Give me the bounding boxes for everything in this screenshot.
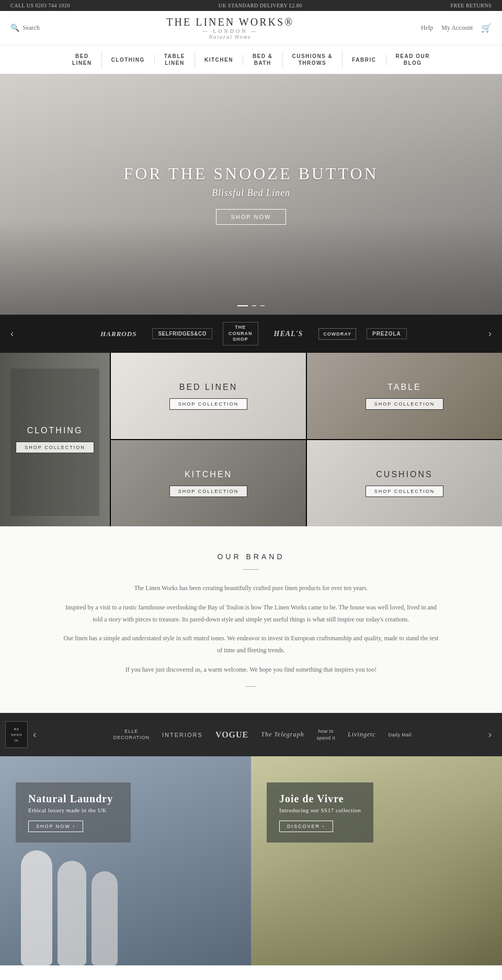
cat-table-name: TABLE (366, 383, 443, 392)
press-elle: ELLEDECORATION (113, 729, 150, 741)
brands-prev-button[interactable]: ‹ (5, 328, 19, 339)
brand-heals: HEAL'S (269, 328, 309, 340)
cat-clothing-name: CLOTHING (16, 426, 94, 435)
nav-clothing[interactable]: CLOTHING (102, 54, 155, 65)
header-actions: Help My Account 🛒 (421, 23, 492, 33)
press-bar: asseenin ‹ ELLEDECORATION INTERIORS VOGU… (0, 713, 502, 757)
brand-para-2: Inspired by a visit to a rustic farmhous… (63, 602, 439, 626)
promo-joie-title: Joie de Vivre (279, 793, 361, 805)
brand-logos: Harrods SELFRIDGES&CO THECONRANSHOP HEAL… (19, 322, 483, 345)
bottle-3 (92, 871, 118, 965)
dot-1[interactable] (237, 305, 248, 306)
cat-bed-btn[interactable]: SHOP COLLECTION (169, 398, 247, 410)
bottle-1 (21, 850, 52, 965)
cat-kitchen-name: KITCHEN (169, 470, 247, 479)
cat-clothing-btn[interactable]: SHOP COLLECTION (16, 442, 94, 453)
brand-london: — LONDON — (166, 28, 294, 34)
promo-natural-laundry: Natural Laundry Ethical luxury made in t… (0, 756, 251, 965)
hero-dots (237, 305, 265, 306)
brands-next-button[interactable]: › (483, 328, 497, 339)
cat-cushions-overlay: CUSHIONS SHOP COLLECTION (366, 470, 443, 497)
cat-kitchen-btn[interactable]: SHOP COLLECTION (169, 486, 247, 497)
nav-bed-bath[interactable]: BED &BATH (243, 51, 283, 68)
press-interiors: INTERIORS (162, 732, 203, 738)
help-link[interactable]: Help (421, 24, 433, 32)
search-label: Search (22, 24, 40, 32)
cat-kitchen-overlay: KITCHEN SHOP COLLECTION (169, 470, 247, 497)
as-seen-in: asseenin (5, 721, 28, 748)
our-brand-section: OUR BRAND The Linen Works has been creat… (0, 526, 502, 713)
phone-info: CALL US 0203 744 1020 (10, 3, 70, 8)
category-kitchen: KITCHEN SHOP COLLECTION (111, 440, 306, 526)
press-how-to-spend: how tospend it (317, 728, 336, 741)
cart-icon[interactable]: 🛒 (481, 23, 492, 33)
cat-table-overlay: TABLE SHOP COLLECTION (366, 383, 443, 410)
search-area[interactable]: 🔍 Search (10, 24, 40, 32)
hero-subtitle: Blissful Bed Linen (123, 188, 378, 199)
brand-cowdray: COWDRAY (318, 328, 356, 340)
brand-para-3: Our linen has a simple and understated s… (63, 632, 439, 656)
cat-table-btn[interactable]: SHOP COLLECTION (366, 398, 443, 410)
promo-laundry-title: Natural Laundry (28, 793, 118, 805)
cat-cushions-name: CUSHIONS (366, 470, 443, 479)
nav-blog[interactable]: READ OURBLOG (386, 51, 439, 68)
nav-cushions-throws[interactable]: CUSHIONS &THROWS (283, 51, 343, 68)
press-next-button[interactable]: › (483, 729, 497, 740)
returns-info: FREE RETURNS (450, 3, 492, 8)
nav-bed-linen[interactable]: BEDLINEN (63, 51, 102, 68)
brand-subtitle: Natural Home (166, 34, 294, 40)
brands-bar: ‹ Harrods SELFRIDGES&CO THECONRANSHOP HE… (0, 315, 502, 353)
hero-title: FOR THE SNOOZE BUTTON (123, 164, 378, 183)
category-cushions: CUSHIONS SHOP COLLECTION (307, 440, 502, 526)
press-vogue: VOGUE (215, 730, 248, 740)
nav-kitchen[interactable]: KITCHEN (195, 54, 243, 65)
hero-shadow (0, 221, 502, 315)
bottle-2 (58, 861, 86, 965)
cat-clothing-overlay: CLOTHING SHOP COLLECTION (16, 426, 94, 453)
category-bed-linen: BED LINEN SHOP COLLECTION (111, 353, 306, 439)
promo-box-joie: Joie de Vivre Introducing our SS17 colle… (267, 782, 373, 843)
brand-para-4: If you have just discovered us, a warm w… (63, 664, 439, 676)
promo-joie-de-vivre: Joie de Vivre Introducing our SS17 colle… (251, 756, 502, 965)
press-daily-mail: Daily Mail (389, 732, 412, 737)
press-logos: ELLEDECORATION INTERIORS VOGUE The Teleg… (41, 728, 483, 741)
divider-top (243, 569, 259, 570)
promo-laundry-subtitle: Ethical luxury made in the UK (28, 807, 118, 813)
brand-selfridges: SELFRIDGES&CO (152, 328, 212, 339)
category-grid: CLOTHING SHOP COLLECTION BED LINEN SHOP … (0, 353, 502, 526)
brand-name: THE LINEN WORKS® (166, 16, 294, 28)
promo-grid: Natural Laundry Ethical luxury made in t… (0, 756, 502, 965)
promo-joie-subtitle: Introducing our SS17 collection (279, 807, 361, 813)
site-header: 🔍 Search THE LINEN WORKS® — LONDON — Nat… (0, 11, 502, 45)
brand-harrods: Harrods (95, 328, 142, 340)
my-account-link[interactable]: My Account (441, 24, 473, 32)
divider-bottom (246, 686, 256, 687)
category-clothing: CLOTHING SHOP COLLECTION (0, 353, 110, 526)
hero-cta-button[interactable]: SHOP NOW (216, 209, 287, 225)
main-nav: BEDLINEN CLOTHING TABLELINEN KITCHEN BED… (0, 45, 502, 74)
cat-bed-overlay: BED LINEN SHOP COLLECTION (169, 383, 247, 410)
nav-fabric[interactable]: FABRIC (343, 54, 386, 65)
dot-3[interactable] (260, 305, 265, 306)
delivery-info: UK STANDARD DELIVERY £2.80 (219, 3, 302, 8)
nav-table-linen[interactable]: TABLELINEN (155, 51, 195, 68)
brand-conran: THECONRANSHOP (223, 322, 258, 345)
press-prev-button[interactable]: ‹ (28, 729, 41, 740)
brand-logo: THE LINEN WORKS® — LONDON — Natural Home (166, 16, 294, 40)
brand-prezola: PREZOLA (367, 328, 407, 339)
promo-box-laundry: Natural Laundry Ethical luxury made in t… (16, 782, 131, 843)
search-icon: 🔍 (10, 24, 19, 32)
promo-joie-btn[interactable]: DISCOVER › (279, 821, 333, 832)
top-bar: CALL US 0203 744 1020 UK STANDARD DELIVE… (0, 0, 502, 11)
press-livingetc: Livingetc (348, 731, 376, 739)
brand-para-1: The Linen Works has been creating beauti… (63, 582, 439, 594)
promo-laundry-btn[interactable]: SHOP NOW › (28, 821, 83, 832)
our-brand-heading: OUR BRAND (63, 552, 439, 561)
hero-content: FOR THE SNOOZE BUTTON Blissful Bed Linen… (123, 164, 378, 225)
category-table: TABLE SHOP COLLECTION (307, 353, 502, 439)
cat-bed-name: BED LINEN (169, 383, 247, 392)
dot-2[interactable] (252, 305, 256, 306)
hero-banner: FOR THE SNOOZE BUTTON Blissful Bed Linen… (0, 74, 502, 315)
cat-cushions-btn[interactable]: SHOP COLLECTION (366, 486, 443, 497)
press-telegraph: The Telegraph (261, 731, 304, 739)
